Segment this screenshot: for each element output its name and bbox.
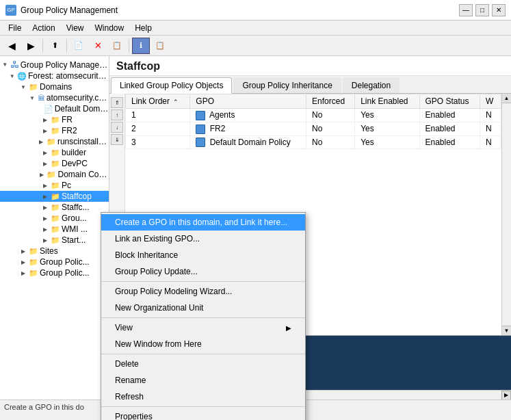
- tree-forest[interactable]: ▼ 🌐 Forest: atomsecurity.com: [0, 70, 109, 81]
- col-enforced[interactable]: Enforced: [306, 94, 355, 109]
- tree-toggle-fr[interactable]: ▶: [41, 116, 49, 124]
- table-row[interactable]: 3 Default Domain Policy No Yes Enabled N: [126, 135, 501, 149]
- tree-item-builder[interactable]: ▶ 📁 builder: [0, 147, 109, 158]
- col-link-order[interactable]: Link Order ⌃: [126, 94, 190, 109]
- tree-toggle-root[interactable]: ▼: [1, 61, 9, 69]
- forest-icon: 🌐: [17, 72, 27, 81]
- tree-grou-label: Grou...: [62, 213, 87, 223]
- tree-atomsecurity[interactable]: ▼ 🏛 atomsecurity.com: [0, 92, 109, 103]
- tree-item-fr[interactable]: ▶ 📁 FR: [0, 114, 109, 125]
- tree-item-staffcop[interactable]: ▶ 📁 Staffcop: [0, 191, 109, 202]
- tree-item-staffc[interactable]: ▶ 📁 Staffc...: [0, 202, 109, 213]
- menu-window[interactable]: Window: [90, 22, 130, 34]
- properties-button[interactable]: 📋: [108, 38, 126, 54]
- menu-file[interactable]: File: [3, 22, 27, 34]
- copy-button[interactable]: 📄: [70, 38, 88, 54]
- tree-toggle-start[interactable]: ▶: [41, 236, 49, 244]
- ctx-rename[interactable]: Rename: [101, 372, 305, 389]
- context-menu: Create a GPO in this domain, and Link it…: [101, 212, 306, 420]
- col-gpo[interactable]: GPO: [190, 94, 306, 109]
- ctx-properties[interactable]: Properties: [101, 408, 305, 420]
- tree-item-domaincontro[interactable]: ▶ 📁 Domain Contro: [0, 169, 109, 180]
- tree-toggle-wmi[interactable]: ▶: [41, 225, 49, 233]
- help-button[interactable]: 📋: [151, 38, 169, 54]
- ctx-link-existing[interactable]: Link an Existing GPO...: [101, 231, 305, 247]
- view-button[interactable]: ℹ: [132, 38, 150, 54]
- tree-root[interactable]: ▼ 🖧 Group Policy Management: [0, 59, 109, 70]
- delete-button[interactable]: ✕: [89, 38, 107, 54]
- up-button[interactable]: ⬆: [46, 38, 64, 54]
- tree-toggle-gp2[interactable]: ▶: [19, 269, 27, 277]
- tree-gp2-label: Group Polic...: [40, 268, 90, 278]
- tree-item-sites[interactable]: ▶ 📁 Sites: [0, 246, 109, 257]
- vertical-scrollbar[interactable]: ▲ ▼: [501, 94, 511, 335]
- cell-gpo-status-3: Enabled: [419, 135, 480, 149]
- tree-item-pc[interactable]: ▶ 📁 Pc: [0, 180, 109, 191]
- tree-atomsecurity-label: atomsecurity.com: [47, 93, 109, 103]
- tree-item-gp1[interactable]: ▶ 📁 Group Polic...: [0, 257, 109, 267]
- tree-runs-label: runscinstallscry: [57, 137, 109, 146]
- cell-link-enabled-3: Yes: [355, 135, 419, 149]
- menu-help[interactable]: Help: [129, 22, 157, 34]
- ctx-create-gpo[interactable]: Create a GPO in this domain, and Link it…: [101, 214, 305, 231]
- nav-up[interactable]: ↑: [111, 109, 123, 120]
- tree-toggle-dc[interactable]: ▶: [38, 170, 45, 179]
- ctx-block-inheritance[interactable]: Block Inheritance: [101, 247, 305, 263]
- menu-action[interactable]: Action: [27, 22, 60, 34]
- tree-toggle-staffcop[interactable]: ▶: [41, 192, 49, 200]
- ctx-new-ou[interactable]: New Organizational Unit: [101, 300, 305, 316]
- col-gpo-status[interactable]: GPO Status: [419, 94, 480, 109]
- folder-icon-fr2: 📁: [51, 127, 60, 135]
- tab-delegation[interactable]: Delegation: [343, 77, 399, 93]
- table-row[interactable]: 2 FR2 No Yes Enabled N: [126, 122, 501, 135]
- tree-item-wmi[interactable]: ▶ 📁 WMI ...: [0, 224, 109, 235]
- back-button[interactable]: ◀: [3, 38, 21, 54]
- col-w[interactable]: W: [480, 94, 501, 109]
- tree-toggle-runs[interactable]: ▶: [38, 137, 45, 146]
- tree-domains[interactable]: ▼ 📁 Domains: [0, 81, 109, 92]
- tree-item-start[interactable]: ▶ 📁 Start...: [0, 235, 109, 246]
- nav-down[interactable]: ↓: [111, 122, 123, 133]
- tree-toggle-devpc[interactable]: ▶: [41, 159, 49, 168]
- scroll-right-btn[interactable]: ▶: [501, 391, 511, 400]
- forward-button[interactable]: ▶: [22, 38, 40, 54]
- tree-item-fr2[interactable]: ▶ 📁 FR2: [0, 125, 109, 136]
- root-icon: 🖧: [10, 60, 19, 70]
- domain-icon: 🏛: [38, 94, 45, 102]
- ctx-gp-update[interactable]: Group Policy Update...: [101, 263, 305, 280]
- tree-item-runs[interactable]: ▶ 📁 runscinstallscry: [0, 136, 109, 147]
- tree-item-devpc[interactable]: ▶ 📁 DevPC: [0, 158, 109, 169]
- ctx-new-window[interactable]: New Window from Here: [101, 336, 305, 352]
- tree-toggle-fr2[interactable]: ▶: [41, 127, 49, 135]
- table-row[interactable]: 1 Agents No Yes Enabled N: [126, 109, 501, 122]
- tree-toggle-builder[interactable]: ▶: [41, 148, 49, 157]
- tree-toggle-domains[interactable]: ▼: [19, 83, 27, 91]
- ctx-delete[interactable]: Delete: [101, 356, 305, 372]
- ctx-view[interactable]: View ▶: [101, 319, 305, 336]
- menu-view[interactable]: View: [61, 22, 90, 34]
- tree-item-default[interactable]: 📄 Default Domain...: [0, 103, 109, 114]
- tree-toggle-pc[interactable]: ▶: [41, 181, 49, 189]
- cell-gpo-1: Agents: [190, 109, 306, 122]
- scroll-up-btn[interactable]: ▲: [502, 94, 511, 103]
- maximize-button[interactable]: □: [475, 4, 489, 16]
- tree-toggle-atom[interactable]: ▼: [28, 94, 36, 102]
- tree-toggle-staffc[interactable]: ▶: [41, 203, 49, 211]
- tab-gp-inheritance[interactable]: Group Policy Inheritance: [233, 77, 341, 93]
- tree-toggle-grou[interactable]: ▶: [41, 214, 49, 222]
- tree-item-grou[interactable]: ▶ 📁 Grou...: [0, 213, 109, 224]
- minimize-button[interactable]: —: [459, 4, 473, 16]
- tree-item-gp2[interactable]: ▶ 📁 Group Polic...: [0, 267, 109, 278]
- tree-toggle-gp1[interactable]: ▶: [19, 258, 27, 266]
- nav-down-bottom[interactable]: ⇓: [111, 134, 123, 145]
- close-button[interactable]: ✕: [492, 4, 506, 16]
- tree-toggle-forest[interactable]: ▼: [8, 72, 16, 80]
- ctx-refresh[interactable]: Refresh: [101, 389, 305, 405]
- ctx-gp-modeling[interactable]: Group Policy Modeling Wizard...: [101, 283, 305, 300]
- col-link-enabled[interactable]: Link Enabled: [355, 94, 419, 109]
- tab-linked-gpo[interactable]: Linked Group Policy Objects: [111, 77, 232, 94]
- scroll-down-btn[interactable]: ▼: [502, 326, 511, 335]
- tree-toggle-sites[interactable]: ▶: [19, 247, 27, 255]
- nav-up-top[interactable]: ⇑: [111, 97, 123, 108]
- cell-gpo-status-2: Enabled: [419, 122, 480, 135]
